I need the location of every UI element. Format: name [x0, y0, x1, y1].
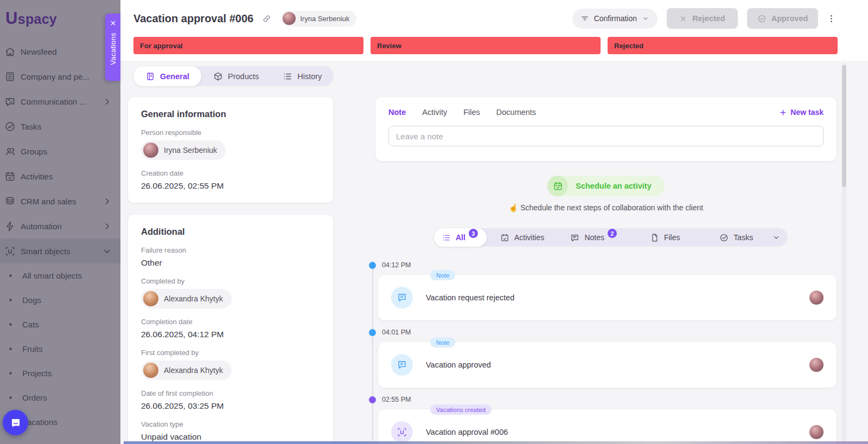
new-task-button[interactable]: New task [779, 108, 824, 117]
note-input[interactable] [388, 126, 824, 146]
stage-for-approval[interactable]: For approval [133, 37, 363, 54]
sidebar-subitem-orders[interactable]: Orders [0, 385, 120, 410]
chevron-right-icon [101, 96, 113, 107]
sidebar-subitem-dogs[interactable]: Dogs [0, 288, 120, 312]
scrollbar-thumb[interactable] [842, 65, 846, 187]
sidebar-subitem-all-smart-objects[interactable]: All smart objects [0, 263, 120, 288]
composer-tab-files[interactable]: Files [463, 108, 480, 117]
sidebar-subitem-projects[interactable]: Projects [0, 361, 120, 385]
chevron-down-icon [642, 15, 649, 22]
sidebar-item-crm[interactable]: CRM and sales [0, 189, 120, 214]
field-label: Date of first completion [141, 389, 320, 397]
note-composer-card: Note Activity Files Documents New task [375, 97, 837, 161]
uspacy-logo[interactable]: Uspacy [5, 9, 120, 28]
page-header: Vacation approval #006 Iryna Serbeniuk C… [120, 0, 868, 37]
smart-objects-icon [4, 246, 16, 257]
filter-activities[interactable]: Activities [487, 233, 558, 242]
stage-review[interactable]: Review [371, 37, 601, 54]
window-bottom-edge [124, 441, 868, 444]
timeline-card-note[interactable]: Note Vacation approved [378, 342, 837, 388]
sidebar-nav: Newsfeed Company and pe... Communication… [0, 39, 120, 434]
sidebar-item-groups[interactable]: Groups [0, 139, 120, 164]
count-badge: 2 [608, 229, 617, 238]
vacations-overlay-tab[interactable]: Vacations [105, 14, 120, 81]
more-actions-kebab-icon[interactable] [826, 14, 837, 24]
crm-coins-icon [4, 196, 16, 207]
schedule-activity-button[interactable]: Schedule an activity [547, 176, 664, 196]
sidebar-subitem-label: Fruits [22, 344, 43, 353]
sidebar-subitem-fruits[interactable]: Fruits [0, 337, 120, 361]
tab-label: History [297, 72, 322, 81]
rejected-button[interactable]: Rejected [667, 8, 738, 29]
filter-tasks[interactable]: Tasks [700, 233, 772, 242]
person-responsible-chip[interactable]: Iryna Serbeniuk [141, 140, 226, 160]
calendar-check-icon [547, 176, 568, 196]
owner-chip[interactable]: Iryna Serbeniuk [281, 11, 356, 27]
timeline-card-created[interactable]: Vacations created Vacation approval #006 [378, 409, 837, 444]
composer-tab-documents[interactable]: Documents [496, 108, 536, 117]
chevron-right-icon [101, 196, 113, 207]
filter-files[interactable]: Files [629, 233, 701, 242]
composer-tab-note[interactable]: Note [388, 108, 406, 117]
activities-icon [4, 171, 16, 182]
stage-rejected[interactable]: Rejected [608, 37, 838, 54]
sidebar-item-smart-objects[interactable]: Smart objects [0, 239, 120, 263]
sidebar-item-activities[interactable]: Activities [0, 164, 120, 189]
tab-label: Products [228, 72, 259, 81]
sidebar-item-newsfeed[interactable]: Newsfeed [0, 39, 120, 64]
filter-all[interactable]: All 3 [434, 228, 487, 247]
copy-link-icon[interactable] [262, 14, 271, 23]
filter-more-chevron-icon[interactable] [772, 233, 781, 242]
user-name: Alexandra Khytyk [164, 294, 223, 303]
vertical-scrollbar[interactable] [842, 63, 846, 444]
sidebar-subitem-label: Orders [22, 393, 47, 402]
sidebar-item-label: CRM and sales [21, 197, 76, 206]
smart-object-icon [391, 421, 413, 443]
avatar [143, 363, 158, 378]
owner-name: Iryna Serbeniuk [300, 15, 349, 23]
field-value: 26.06.2025, 02:55 PM [141, 181, 320, 191]
field-label: Vacation type [141, 420, 320, 428]
field-value: 26.06.2025, 03:25 PM [141, 401, 320, 411]
close-icon[interactable] [110, 20, 117, 27]
avatar [143, 143, 158, 158]
avatar [809, 291, 824, 305]
avatar [283, 12, 296, 25]
composer-tab-activity[interactable]: Activity [422, 108, 447, 117]
home-icon [4, 46, 16, 57]
sidebar-item-automation[interactable]: Automation [0, 214, 120, 239]
tab-products[interactable]: Products [201, 66, 271, 86]
bullet-icon [9, 372, 12, 375]
sidebar-item-tasks[interactable]: Tasks [0, 114, 120, 139]
sidebar-subitem-label: Projects [22, 369, 52, 378]
stage-select-dropdown[interactable]: Confirmation [572, 9, 658, 29]
sidebar-item-company[interactable]: Company and pe... [0, 64, 120, 89]
sidebar-subitem-cats[interactable]: Cats [0, 312, 120, 337]
communication-icon [4, 96, 16, 107]
type-badge: Note [430, 337, 455, 348]
timeline-text: Vacation approval #006 [426, 428, 508, 436]
timeline-dot-note [369, 329, 376, 336]
chat-widget-button[interactable] [3, 410, 28, 435]
tab-history[interactable]: History [271, 66, 334, 86]
page-tabs: General Products History [133, 66, 334, 86]
field-label: Failure reason [141, 246, 320, 254]
sidebar-item-label: Groups [21, 147, 47, 156]
completed-by-chip[interactable]: Alexandra Khytyk [141, 289, 232, 308]
field-label: Completed by [141, 277, 320, 285]
filter-label: Files [664, 233, 680, 242]
card-title: General information [141, 109, 320, 119]
approved-button[interactable]: Approved [747, 8, 818, 29]
filter-lines-icon [580, 14, 589, 23]
sidebar-item-label: Activities [21, 172, 53, 181]
timeline-card-note[interactable]: Note Vacation request rejected [378, 275, 837, 320]
sidebar-item-communication[interactable]: Communication ... [0, 89, 120, 114]
filter-label: All [456, 233, 465, 242]
filter-notes[interactable]: Notes 2 [558, 233, 629, 242]
calendar-icon [500, 233, 509, 242]
timeline-time: 02:55 PM [382, 396, 411, 403]
first-completed-by-chip[interactable]: Alexandra Khytyk [141, 361, 232, 380]
tab-general[interactable]: General [133, 66, 201, 86]
sidebar-subitem-label: All smart objects [22, 271, 82, 280]
list-icon [442, 233, 451, 242]
